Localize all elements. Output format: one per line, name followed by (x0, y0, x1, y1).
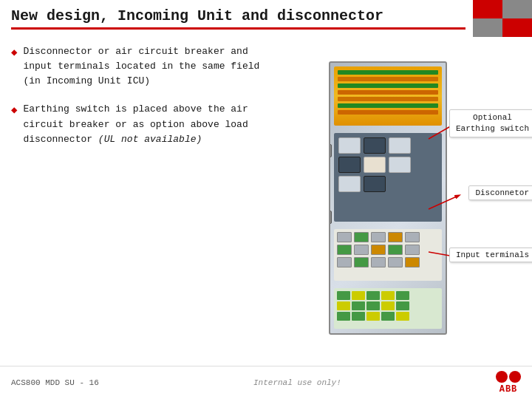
cabinet-mid-section (334, 133, 442, 222)
bullet-text-1: Disconnector or air circuit breaker and … (23, 44, 262, 89)
bottom-cell-4 (381, 291, 395, 300)
mid-block-2 (364, 137, 386, 154)
mid-block-3 (389, 137, 411, 154)
bottom-row-3 (337, 312, 439, 321)
bottom-cell-7 (352, 301, 365, 310)
image-panel: Optional Earthing switch Disconnetor Inp… (270, 41, 521, 362)
mid-block-5 (364, 157, 386, 173)
abb-logo-circles (496, 371, 521, 383)
bullet-item-2: ◆ Earthing switch is placed above the ai… (11, 102, 262, 146)
cab-bar-5 (338, 97, 438, 101)
lower-cell-9 (388, 245, 403, 255)
cab-bar-6 (338, 103, 438, 108)
bottom-cell-13 (366, 312, 380, 321)
lower-cell-4 (388, 232, 403, 242)
mid-row-2 (338, 157, 437, 173)
header: New design, Incoming Unit and disconnect… (11, 7, 466, 30)
label-disconnetor-text: Disconnetor (475, 188, 529, 197)
cab-handle-top (329, 144, 332, 157)
mid-row-3 (338, 176, 437, 192)
cabinet-top-section (334, 66, 442, 126)
bullet-text-2-italic: (UL not available) (98, 134, 202, 145)
label-disconnetor: Disconnetor (468, 185, 532, 200)
lower-cell-11 (337, 257, 352, 267)
mid-row-1 (338, 137, 437, 154)
lower-cell-8 (371, 245, 386, 255)
abb-logo: ABB (496, 371, 521, 395)
bullet-diamond-2: ◆ (11, 103, 17, 116)
label-optional-line1: Optional (473, 113, 512, 122)
cab-handle-mid (329, 211, 332, 224)
label-input-terminals: Input terminals (449, 248, 532, 262)
bottom-row-1 (337, 291, 439, 300)
cabinet-lower-section (334, 229, 442, 281)
lower-cell-5 (405, 232, 420, 242)
bottom-cell-10 (396, 301, 409, 310)
bottom-cell-1 (337, 291, 350, 300)
text-panel: ◆ Disconnector or air circuit breaker an… (11, 41, 262, 362)
square-red-2 (502, 18, 532, 37)
bullet-item-1: ◆ Disconnector or air circuit breaker an… (11, 44, 262, 89)
bottom-cell-15 (396, 312, 409, 321)
bottom-cell-2 (352, 291, 365, 300)
lower-cell-1 (337, 232, 352, 242)
bullet-diamond-1: ◆ (11, 46, 17, 58)
page-title: New design, Incoming Unit and disconnect… (11, 7, 383, 24)
lower-cell-7 (354, 245, 369, 255)
bottom-cell-3 (366, 291, 380, 300)
lower-cell-6 (337, 245, 352, 255)
square-gray-1 (502, 0, 532, 18)
bottom-cell-8 (366, 301, 380, 310)
bottom-cell-12 (352, 312, 365, 321)
decorative-squares (473, 0, 532, 37)
bottom-cell-5 (396, 291, 409, 300)
cabinet-wrapper: Optional Earthing switch Disconnetor Inp… (314, 61, 477, 342)
cab-bar-2 (338, 77, 438, 81)
mid-block-6 (389, 157, 411, 173)
square-red-1 (473, 0, 502, 18)
lower-cell-13 (371, 257, 386, 267)
footer: ACS800 MDD SU - 16 Internal use only! AB… (0, 366, 532, 399)
mid-block-8 (364, 176, 386, 192)
mid-block-7 (338, 176, 361, 192)
bottom-cell-11 (337, 312, 350, 321)
lower-cell-10 (405, 245, 420, 255)
lower-row-2 (337, 245, 439, 255)
abb-circle-2 (509, 371, 521, 383)
footer-center-text: Internal use only! (253, 378, 341, 387)
lower-cell-12 (354, 257, 369, 267)
mid-block-4 (338, 157, 361, 173)
lower-cell-14 (388, 257, 403, 267)
lower-cell-15 (405, 257, 420, 267)
lower-cell-3 (371, 232, 386, 242)
main-content: ◆ Disconnector or air circuit breaker an… (11, 41, 521, 362)
lower-cell-2 (354, 232, 369, 242)
lower-row-3 (337, 257, 439, 267)
bottom-cell-9 (381, 301, 395, 310)
abb-logo-text: ABB (499, 384, 518, 395)
mid-block-1 (338, 137, 361, 154)
cab-bar-1 (338, 70, 438, 75)
cabinet-illustration (329, 61, 447, 335)
cabinet-bottom-section (334, 288, 442, 329)
lower-row-1 (337, 232, 439, 242)
cab-bar-7 (338, 110, 438, 115)
footer-left-text: ACS800 MDD SU - 16 (11, 378, 99, 387)
label-input-terminals-text: Input terminals (456, 250, 529, 259)
square-gray-2 (473, 18, 502, 37)
bottom-row-2 (337, 301, 439, 310)
bottom-cell-6 (337, 301, 350, 310)
label-optional-earthing: Optional Earthing switch (449, 109, 532, 138)
bottom-cell-14 (381, 312, 395, 321)
label-optional-line2: Earthing switch (456, 124, 529, 133)
cab-bar-3 (338, 83, 438, 88)
cab-bar-4 (338, 90, 438, 95)
bullet-text-2: Earthing switch is placed above the air … (23, 102, 262, 146)
abb-circle-1 (496, 371, 508, 383)
